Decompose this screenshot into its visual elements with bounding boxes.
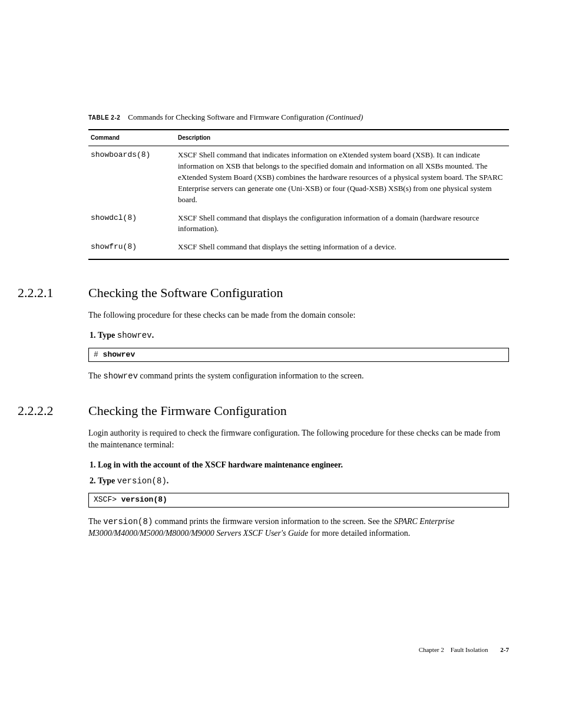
- commands-table: Command Description showboards(8) XSCF S…: [88, 129, 509, 260]
- table-title: Commands for Checking Software and Firmw…: [128, 113, 326, 121]
- desc-cell: XSCF Shell command that indicates inform…: [176, 146, 509, 209]
- desc-cell: XSCF Shell command that displays the con…: [176, 209, 509, 239]
- step-cmd: showrev: [117, 331, 152, 340]
- cmd-cell: showdcl(8): [88, 209, 176, 239]
- step-suffix: .: [167, 476, 169, 485]
- table-caption: TABLE 2-2 Commands for Checking Software…: [88, 112, 509, 123]
- table-row: showboards(8) XSCF Shell command that in…: [88, 146, 509, 209]
- cmd-cell: showboards(8): [88, 146, 176, 209]
- code-command: version(8): [121, 495, 167, 504]
- th-description: Description: [176, 130, 509, 146]
- step-item: Type showrev.: [98, 330, 509, 341]
- section-heading-2: 2.2.2.2 Checking the Firmware Configurat…: [0, 401, 509, 420]
- section2-after: The version(8) command prints the firmwa…: [88, 516, 509, 540]
- section1-intro: The following procedure for these checks…: [88, 309, 509, 321]
- section-title: Checking the Firmware Configuration: [88, 401, 287, 420]
- step-prefix: Type: [98, 331, 117, 340]
- table-continued: (Continued): [326, 113, 363, 121]
- section-heading-1: 2.2.2.1 Checking the Software Configurat…: [0, 284, 509, 302]
- inline-cmd: version(8): [103, 517, 153, 526]
- code-box-2: XSCF> version(8): [88, 493, 509, 508]
- section1-after: The showrev command prints the system co…: [88, 370, 509, 382]
- section-number: 2.2.2.2: [0, 401, 88, 420]
- section2-intro: Login authority is required to check the…: [88, 427, 509, 452]
- section-title: Checking the Software Configuration: [88, 284, 283, 302]
- cmd-cell: showfru(8): [88, 238, 176, 259]
- code-command: showrev: [103, 350, 135, 359]
- code-prompt: #: [94, 350, 103, 359]
- desc-cell: XSCF Shell command that displays the set…: [176, 238, 509, 259]
- section2-steps: Log in with the account of the XSCF hard…: [88, 459, 509, 487]
- step-item: Type version(8).: [98, 475, 509, 487]
- step-suffix: .: [152, 331, 154, 340]
- table-row: showfru(8) XSCF Shell command that displ…: [88, 238, 509, 259]
- step-prefix: Type: [98, 476, 117, 485]
- step-cmd: version(8): [117, 476, 167, 486]
- table-row: showdcl(8) XSCF Shell command that displ…: [88, 209, 509, 239]
- th-command: Command: [88, 130, 176, 146]
- code-prompt: XSCF>: [94, 495, 121, 504]
- section1-steps: Type showrev.: [88, 330, 509, 341]
- step-item: Log in with the account of the XSCF hard…: [98, 459, 509, 471]
- inline-cmd: showrev: [103, 371, 138, 381]
- table-label: TABLE 2-2: [88, 114, 120, 121]
- section-number: 2.2.2.1: [0, 284, 88, 302]
- code-box-1: # showrev: [88, 348, 509, 363]
